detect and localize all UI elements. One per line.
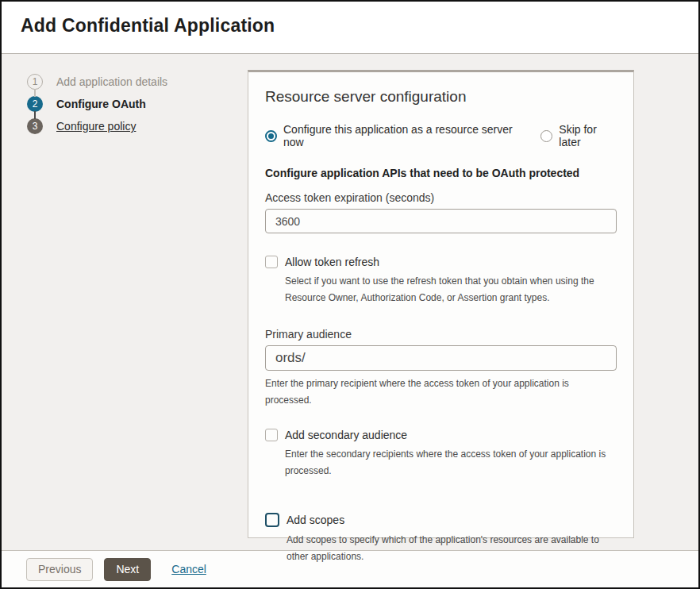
step-connector-1-2 xyxy=(34,89,36,97)
add-scopes-help: Add scopes to specify which of the appli… xyxy=(287,532,617,565)
page-header: Add Confidential Application xyxy=(2,2,698,54)
radio-skip-for-later[interactable]: Skip for later xyxy=(540,123,617,148)
add-secondary-audience-help: Enter the secondary recipients where the… xyxy=(285,446,617,479)
allow-token-refresh-row[interactable]: Allow token refresh xyxy=(265,256,617,268)
access-token-expiration-input[interactable] xyxy=(265,209,617,233)
radio-skip-for-later-control[interactable] xyxy=(540,130,552,142)
primary-audience-label: Primary audience xyxy=(265,328,617,341)
page-body: 1 Add application details 2 Configure OA… xyxy=(2,54,698,551)
add-scopes-checkbox[interactable] xyxy=(265,513,279,527)
radio-configure-now-control[interactable] xyxy=(265,130,277,142)
radio-configure-now-label: Configure this application as a resource… xyxy=(283,123,520,148)
previous-button[interactable]: Previous xyxy=(26,558,93,581)
add-scopes-row[interactable]: Add scopes xyxy=(265,513,617,527)
add-scopes-label: Add scopes xyxy=(287,514,344,526)
allow-token-refresh-checkbox[interactable] xyxy=(265,256,278,268)
resource-server-configuration-panel: Resource server configuration Configure … xyxy=(248,70,634,538)
step-3-link[interactable]: Configure policy xyxy=(56,120,136,133)
add-confidential-application-window: Add Confidential Application 1 Add appli… xyxy=(0,0,700,589)
primary-audience-input[interactable] xyxy=(265,345,617,371)
add-secondary-audience-row[interactable]: Add secondary audience xyxy=(265,429,617,441)
page-title: Add Confidential Application xyxy=(21,15,698,37)
allow-token-refresh-help: Select if you want to use the refresh to… xyxy=(285,273,617,306)
allow-token-refresh-label: Allow token refresh xyxy=(285,256,379,268)
oauth-protected-heading: Configure application APIs that need to … xyxy=(265,167,617,179)
radio-skip-for-later-label: Skip for later xyxy=(559,123,617,148)
step-add-application-details: 1 Add application details xyxy=(27,71,167,93)
access-token-expiration-label: Access token expiration (seconds) xyxy=(265,191,617,204)
add-secondary-audience-checkbox[interactable] xyxy=(265,429,278,441)
step-configure-oauth: 2 Configure OAuth xyxy=(27,93,167,115)
cancel-link[interactable]: Cancel xyxy=(171,563,206,576)
step-2-label: Configure OAuth xyxy=(56,98,146,110)
primary-audience-help: Enter the primary recipient where the ac… xyxy=(265,375,608,409)
add-secondary-audience-label: Add secondary audience xyxy=(285,429,407,441)
radio-configure-now[interactable]: Configure this application as a resource… xyxy=(265,123,520,148)
resource-server-radio-group: Configure this application as a resource… xyxy=(265,123,617,148)
step-1-circle: 1 xyxy=(27,74,43,90)
wizard-steps: 1 Add application details 2 Configure OA… xyxy=(27,71,167,137)
panel-title: Resource server configuration xyxy=(265,88,617,106)
step-2-circle: 2 xyxy=(27,96,43,112)
step-connector-2-3 xyxy=(34,111,36,119)
step-configure-policy[interactable]: 3 Configure policy xyxy=(27,115,167,137)
step-1-label: Add application details xyxy=(56,75,167,88)
next-button[interactable]: Next xyxy=(104,558,151,581)
step-3-circle: 3 xyxy=(27,118,43,134)
